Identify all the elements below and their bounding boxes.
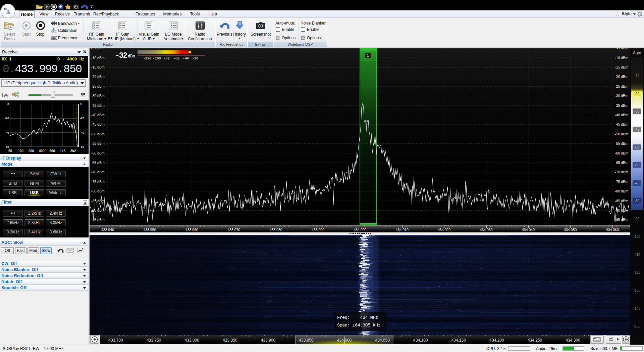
svg-text:-80 dBm: -80 dBm (91, 189, 105, 193)
svg-text:0: 0 (7, 102, 9, 106)
svg-text:-90: -90 (635, 217, 640, 221)
svg-text:-30 dBm: -30 dBm (615, 94, 628, 98)
svg-text:-30 dBm: -30 dBm (91, 94, 105, 98)
svg-text:-55 dBm: -55 dBm (615, 141, 628, 145)
svg-text:-60 dBm: -60 dBm (615, 151, 628, 155)
svg-text:-100: -100 (634, 235, 640, 238)
svg-text:-25 dBm: -25 dBm (91, 84, 105, 88)
svg-text:-75 dBm: -75 dBm (615, 180, 628, 184)
svg-text:-100: -100 (153, 57, 161, 60)
svg-text:-70: -70 (635, 181, 640, 185)
svg-text:-120: -120 (143, 57, 151, 60)
svg-text:-60: -60 (80, 145, 84, 148)
svg-text:-20: -20 (5, 117, 9, 120)
svg-text:-85 dBm: -85 dBm (615, 199, 628, 203)
svg-text:400: 400 (39, 149, 45, 153)
svg-text:-130: -130 (634, 289, 640, 292)
svg-text:-20: -20 (192, 57, 198, 60)
svg-text:dBm: dBm (128, 54, 135, 59)
svg-text:50: 50 (8, 149, 12, 153)
svg-text:-65 dBm: -65 dBm (91, 161, 105, 165)
svg-text:-45 dBm: -45 dBm (91, 122, 105, 126)
svg-text:-70 dBm: -70 dBm (615, 170, 628, 174)
svg-text:-65 dBm: -65 dBm (615, 161, 628, 165)
svg-text:-15 dBm: -15 dBm (91, 65, 105, 69)
svg-text:-110: -110 (634, 253, 640, 257)
svg-text:-10 dBm: -10 dBm (615, 56, 628, 60)
svg-text:-40: -40 (183, 57, 189, 60)
svg-text:-75 dBm: -75 dBm (91, 180, 105, 184)
svg-text:100: 100 (18, 149, 23, 153)
svg-text:-10: -10 (635, 74, 640, 78)
svg-text:-35 dBm: -35 dBm (91, 103, 105, 107)
svg-text:-15 dBm: -15 dBm (615, 65, 628, 69)
svg-text:-5 dBm: -5 dBm (91, 48, 103, 50)
svg-text:-25 dBm: -25 dBm (615, 84, 628, 88)
svg-text:800: 800 (49, 149, 55, 153)
svg-text:-70 dBm: -70 dBm (91, 170, 105, 174)
svg-text:3k2: 3k2 (70, 149, 76, 153)
svg-text:-10 dBm: -10 dBm (91, 56, 105, 60)
svg-text:1: 1 (367, 53, 369, 57)
svg-text:-35 dBm: -35 dBm (615, 103, 628, 107)
svg-text:-20 dBm: -20 dBm (91, 75, 105, 79)
svg-text:-20: -20 (635, 92, 640, 96)
svg-text:-80: -80 (635, 199, 640, 203)
svg-text:-40: -40 (5, 131, 9, 134)
svg-text:0: 0 (80, 102, 82, 106)
svg-text:Auto: Auto (633, 51, 641, 55)
svg-text:-80: -80 (163, 57, 169, 60)
svg-text:-95 dBm: -95 dBm (615, 218, 628, 222)
svg-text:-5 dBm: -5 dBm (617, 48, 628, 50)
svg-text:-90 dBm: -90 dBm (91, 208, 105, 212)
svg-text:200: 200 (29, 149, 34, 153)
svg-text:-60: -60 (173, 57, 179, 60)
svg-text:-55 dBm: -55 dBm (91, 141, 105, 145)
svg-text:1k6: 1k6 (60, 149, 66, 153)
svg-text:-20 dBm: -20 dBm (615, 75, 628, 79)
svg-text:-120: -120 (634, 271, 640, 274)
svg-text:-60: -60 (635, 163, 640, 167)
svg-text:-80 dBm: -80 dBm (615, 189, 628, 193)
svg-text:-140: -140 (634, 307, 640, 310)
svg-text:-60 dBm: -60 dBm (91, 151, 105, 155)
svg-text:-40 dBm: -40 dBm (615, 113, 628, 117)
svg-text:-40: -40 (80, 131, 84, 134)
svg-text:-32: -32 (115, 51, 127, 60)
svg-text:-30: -30 (635, 109, 640, 113)
svg-text:-150: -150 (634, 324, 640, 328)
svg-text:-45 dBm: -45 dBm (615, 122, 628, 126)
svg-text:-20: -20 (80, 117, 84, 120)
svg-text:-50: -50 (635, 145, 640, 149)
svg-text:-95 dBm: -95 dBm (91, 218, 105, 222)
svg-text:-40 dBm: -40 dBm (91, 113, 105, 117)
svg-text:-50 dBm: -50 dBm (91, 132, 105, 136)
svg-text:-85 dBm: -85 dBm (91, 199, 105, 203)
svg-text:-50 dBm: -50 dBm (615, 132, 628, 136)
svg-text:-60: -60 (5, 145, 9, 148)
svg-text:-90 dBm: -90 dBm (615, 208, 628, 212)
svg-text:-40: -40 (635, 128, 640, 131)
